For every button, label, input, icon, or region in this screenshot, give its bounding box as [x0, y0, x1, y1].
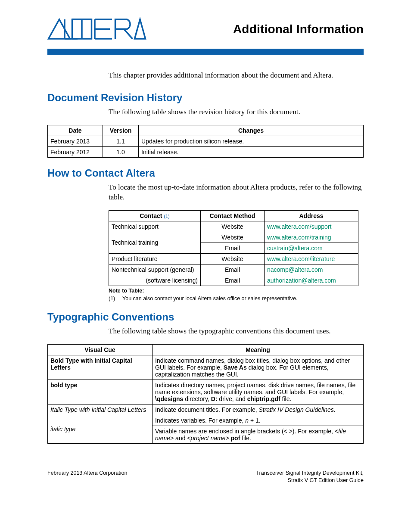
page-footer: February 2013 Altera Corporation Transce… — [47, 470, 364, 484]
cell-address: authorization@altera.com — [265, 275, 358, 286]
revision-table: Date Version Changes February 2013 1.1 U… — [47, 125, 364, 158]
table-row: Technical support Website www.altera.com… — [109, 221, 358, 232]
table-row: Italic Type with Initial Capital Letters… — [48, 404, 364, 415]
chapter-intro: This chapter provides additional informa… — [109, 71, 364, 80]
divider-bar — [47, 49, 364, 55]
text: directory, — [183, 395, 211, 402]
typographic-table: Visual Cue Meaning Bold Type with Initia… — [47, 344, 364, 444]
col-contact: Contact (1) — [109, 210, 201, 221]
text: drive, and — [217, 395, 247, 402]
cell-address: www.altera.com/literature — [265, 253, 358, 264]
cell-contact: Technical support — [109, 221, 201, 232]
footer-left: February 2013 Altera Corporation — [47, 470, 128, 484]
col-visual-cue: Visual Cue — [48, 344, 153, 355]
table-row: italic type Indicates variables. For exa… — [48, 415, 364, 443]
link-training[interactable]: www.altera.com/training — [267, 234, 331, 241]
cell-method: Email — [201, 275, 265, 286]
text: file. — [280, 395, 292, 402]
svg-marker-10 — [135, 19, 146, 39]
table-header-row: Contact (1) Contact Method Address — [109, 210, 358, 221]
page-title: Additional Information — [233, 22, 364, 36]
cell-method: Website — [201, 221, 265, 232]
link-custrain[interactable]: custrain@altera.com — [267, 245, 323, 252]
cell-version: 1.0 — [103, 146, 139, 157]
cell-version: 1.1 — [103, 136, 139, 146]
footer-right-line2: Stratix V GT Edition User Guide — [256, 477, 364, 484]
text: and — [174, 435, 187, 442]
cell-meaning: Indicate command names, dialog box title… — [153, 355, 364, 380]
cell-contact: (software licensing) — [109, 275, 201, 286]
footer-right: Transceiver Signal Integrity Development… — [256, 470, 364, 484]
note-ref-icon: (1) — [164, 214, 169, 219]
table-row: bold type Indicates directory names, pro… — [48, 380, 364, 404]
text-italic: n — [245, 417, 249, 424]
cell-cue: bold type — [48, 380, 153, 404]
header: Additional Information — [47, 17, 364, 41]
heading-typographic: Typographic Conventions — [47, 311, 364, 323]
cell-cue: Bold Type with Initial Capital Letters — [48, 355, 153, 380]
link-nacomp[interactable]: nacomp@altera.com — [267, 266, 323, 273]
cell-meaning: Indicates variables. For example, n + 1.… — [153, 415, 364, 443]
cell-method: Email — [201, 243, 265, 253]
col-changes: Changes — [139, 125, 364, 136]
text: Indicates variables. For example, — [155, 417, 245, 424]
cell-contact: Product literature — [109, 253, 201, 264]
text-bold: pof — [231, 435, 240, 442]
note-item: (1) You can also contact your local Alte… — [109, 296, 364, 302]
cell-method: Website — [201, 232, 265, 243]
col-date: Date — [48, 125, 103, 136]
note-title: Note to Table: — [109, 288, 364, 294]
cell-cue: Italic Type with Initial Capital Letters — [48, 404, 153, 415]
col-method: Contact Method — [201, 210, 265, 221]
text: Indicates directory names, project names… — [155, 382, 355, 395]
footer-right-line1: Transceiver Signal Integrity Development… — [256, 470, 364, 477]
table-row: Technical training Website www.altera.co… — [109, 232, 358, 243]
contact-intro: To locate the most up-to-date informatio… — [109, 183, 364, 202]
note-number: (1) — [109, 296, 118, 302]
heading-revision-history: Document Revision History — [47, 92, 364, 104]
col-meaning: Meaning — [153, 344, 364, 355]
table-row: Bold Type with Initial Capital Letters I… — [48, 355, 364, 380]
text-bold: chiptrip.gdf — [247, 395, 280, 402]
contact-table: Contact (1) Contact Method Address Techn… — [109, 210, 358, 286]
note-to-table: Note to Table: (1) You can also contact … — [109, 288, 364, 302]
col-contact-label: Contact — [140, 212, 162, 219]
text: + 1. — [249, 417, 261, 424]
cell-contact: Technical training — [109, 232, 201, 253]
col-address: Address — [265, 210, 358, 221]
cell-address: www.altera.com/training — [265, 232, 358, 243]
table-row: February 2013 1.1 Updates for production… — [48, 136, 364, 146]
altera-logo — [47, 17, 146, 41]
cell-date: February 2013 — [48, 136, 103, 146]
text: Variable names are enclosed in angle bra… — [155, 428, 335, 435]
cell-address: custrain@altera.com — [265, 243, 358, 253]
cell-meaning: Indicates directory names, project names… — [153, 380, 364, 404]
col-version: Version — [103, 125, 139, 136]
cell-date: February 2012 — [48, 146, 103, 157]
text-bold: Save As — [224, 364, 247, 371]
heading-contact: How to Contact Altera — [47, 167, 364, 179]
cell-meaning: Indicate document titles. For example, S… — [153, 404, 364, 415]
table-header-row: Date Version Changes — [48, 125, 364, 136]
text-bold: D: — [211, 395, 218, 402]
link-support[interactable]: www.altera.com/support — [267, 223, 331, 230]
page: Additional Information This chapter prov… — [0, 0, 411, 510]
table-row: February 2012 1.0 Initial release. — [48, 146, 364, 157]
text-italic: Stratix IV Design Guidelines — [258, 406, 333, 413]
note-text: You can also contact your local Altera s… — [122, 296, 297, 302]
cell-address: www.altera.com/support — [265, 221, 358, 232]
text-bold: \qdesigns — [155, 395, 183, 402]
text-italic: <project name> — [187, 435, 229, 442]
table-header-row: Visual Cue Meaning — [48, 344, 364, 355]
typo-intro: The following table shows the typographi… — [109, 327, 364, 336]
link-authorization[interactable]: authorization@altera.com — [267, 277, 336, 284]
text: . — [334, 406, 336, 413]
link-literature[interactable]: www.altera.com/literature — [267, 255, 335, 262]
cell-changes: Updates for production silicon release. — [139, 136, 364, 146]
cell-method: Email — [201, 264, 265, 275]
cell-address: nacomp@altera.com — [265, 264, 358, 275]
svg-marker-0 — [49, 19, 70, 39]
text: Indicate document titles. For example, — [155, 406, 258, 413]
table-row: (software licensing) Email authorization… — [109, 275, 358, 286]
cell-changes: Initial release. — [139, 146, 364, 157]
